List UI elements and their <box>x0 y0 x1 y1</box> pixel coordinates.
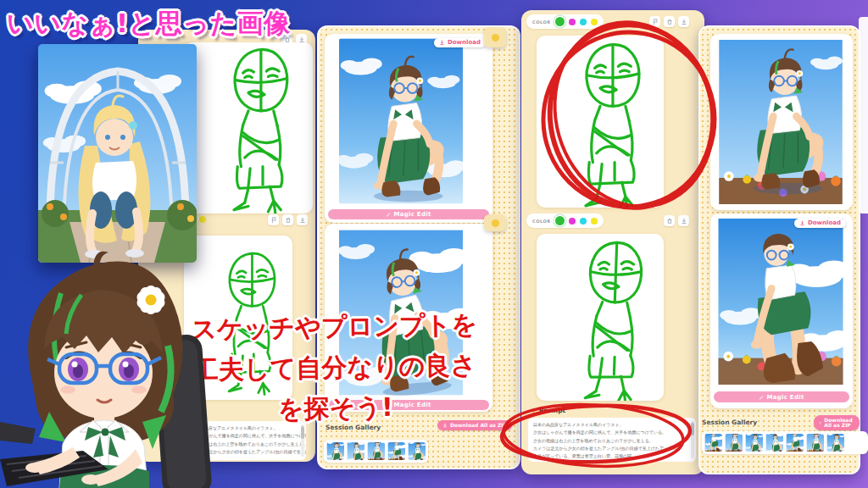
green-sketch-figure <box>184 42 313 214</box>
generated-image-card: Download Magic Edit <box>710 214 853 408</box>
offscreen-panel-edge <box>859 17 868 214</box>
generated-image-card <box>710 34 853 210</box>
prompt-line: 全身が写っている、背景は青空と白い雲、花畑の間 <box>533 452 689 460</box>
palette-dot-green[interactable] <box>555 216 565 225</box>
download-icon <box>819 420 821 425</box>
sketch-canvas[interactable] <box>537 234 664 401</box>
prompt-header: Prompt <box>530 407 565 414</box>
trash-icon <box>666 218 673 225</box>
download-button[interactable]: Download <box>794 219 846 228</box>
prompt-line: カメラは足元から少女の顔を捉えたアングル(虫の目線で見上げたアングル)、 <box>533 445 689 452</box>
canvas-toolbar <box>664 215 689 226</box>
download-icon <box>439 40 445 46</box>
flag-icon <box>652 19 659 25</box>
gallery-thumbnail[interactable] <box>765 434 783 452</box>
magic-edit-button[interactable]: Magic Edit <box>714 391 849 402</box>
right-output-panel: Download Magic Edit Session Gallery Down… <box>698 25 860 474</box>
gallery-thumbnail[interactable] <box>367 442 385 460</box>
gallery-thumbnail-strip <box>324 440 428 463</box>
reference-image <box>38 44 197 263</box>
palette-row: COLOR <box>526 14 604 29</box>
headline-text: いいなぁ!と思った画像 <box>7 6 291 42</box>
palette-dot-cyan[interactable] <box>580 218 587 225</box>
download-button[interactable] <box>678 215 689 226</box>
gallery-thumbnail[interactable] <box>806 434 824 452</box>
download-button[interactable] <box>678 16 689 27</box>
gallery-thumbnail[interactable] <box>745 434 763 452</box>
trash-button[interactable] <box>664 16 675 27</box>
download-icon <box>799 220 805 226</box>
gallery-thumbnail[interactable] <box>704 434 722 452</box>
flag-icon <box>270 217 277 224</box>
trash-button[interactable] <box>664 215 675 226</box>
pencil-icon <box>386 212 391 217</box>
trash-icon <box>666 19 673 25</box>
palette-dot-magenta[interactable] <box>569 218 576 225</box>
green-sketch-figure <box>537 36 664 208</box>
gallery-thumbnail[interactable] <box>786 434 804 452</box>
gallery-thumbnail[interactable] <box>826 434 844 452</box>
download-zip-button[interactable]: Download All as ZIP <box>814 415 860 430</box>
right-app-window: COLOR COLOR Prom <box>521 10 704 474</box>
panel-connector <box>484 214 506 231</box>
prompt-line: 少女の視線は右上の上空を眺めておりあごの下が少し見える。 <box>533 437 689 445</box>
palette-row: COLOR <box>526 214 604 228</box>
download-label: Download <box>808 220 841 226</box>
palette-dot-yellow[interactable] <box>591 19 598 25</box>
prompt-header-label: Prompt <box>539 407 565 414</box>
palette-dot-cyan[interactable] <box>580 19 587 25</box>
prompt-textarea[interactable]: 日本の高品質なアニメスタイル風のイラスト。 少女はしゃがんで膝を両足の間に挟んで… <box>528 418 696 462</box>
prompt-line: 日本の高品質なアニメスタイル風のイラスト。 <box>533 421 689 429</box>
palette-dot-yellow[interactable] <box>591 218 598 225</box>
session-gallery-label: Session Gallery <box>702 419 757 426</box>
gallery-thumbnail[interactable] <box>326 442 344 460</box>
generated-image <box>715 40 847 204</box>
download-label: Download <box>448 40 481 46</box>
screenshot-stage: 日本の高品質なアニメスタイル風のイラスト。 少女はしゃがんで膝を両足の間に挟んで… <box>0 0 868 488</box>
generated-image <box>339 38 463 204</box>
handwritten-line: スケッチやプロンプトを <box>187 304 481 350</box>
trash-icon <box>285 217 292 224</box>
palette-dot-yellow[interactable] <box>199 216 206 223</box>
canvas-toolbar <box>268 214 308 225</box>
download-button[interactable]: Download <box>434 38 486 47</box>
download-icon <box>681 19 687 25</box>
green-sketch-figure <box>537 234 664 401</box>
prompt-line: カメラは足元から少女の顔を捉えたアングル(虫の目線で見上げたアングル)、 <box>187 448 299 456</box>
gallery-thumbnail[interactable] <box>408 442 426 460</box>
prompt-line: 少女はしゃがんで膝を両足の間に挟んで、片手を地面につけている。 <box>533 429 689 436</box>
download-icon <box>299 217 306 224</box>
flag-button[interactable] <box>649 16 660 27</box>
pencil-icon <box>759 395 764 400</box>
generated-image-card: Download Magic Edit <box>325 34 492 223</box>
trash-button[interactable] <box>282 214 293 225</box>
color-label: COLOR <box>532 219 551 224</box>
zip-label: Download All as ZIP <box>824 418 854 428</box>
gallery-thumbnail-strip <box>702 431 868 454</box>
gallery-thumbnail[interactable] <box>725 434 743 452</box>
magic-edit-label: Magic Edit <box>393 211 431 218</box>
panel-connector <box>484 27 506 47</box>
sparkle-icon <box>530 408 537 414</box>
scrollbar[interactable] <box>691 421 694 458</box>
gallery-thumbnail[interactable] <box>347 442 364 460</box>
handwritten-line: 工夫して自分なりの良さ <box>188 345 482 391</box>
gallery-thumbnail[interactable] <box>387 442 405 460</box>
download-button[interactable] <box>297 214 308 225</box>
flag-button[interactable] <box>268 214 279 225</box>
handwritten-line: を探そう! <box>188 385 482 431</box>
download-icon <box>681 218 687 225</box>
canvas-toolbar <box>649 16 689 27</box>
prompt-line: 少女はしゃがんで膝を両足の間に挟んで、片手を地面につけている。 <box>187 432 299 440</box>
sketch-canvas[interactable] <box>184 42 313 214</box>
prompt-line: 少女の視線は右上の上空を眺めておりあごの下が少し見える。 <box>187 441 299 448</box>
color-label: COLOR <box>532 19 551 25</box>
palette-dot-green[interactable] <box>555 17 565 26</box>
handwritten-message: スケッチやプロンプトを 工夫して自分なりの良さ を探そう! <box>187 304 482 431</box>
magic-edit-label: Magic Edit <box>766 394 804 401</box>
generated-image <box>715 219 847 385</box>
sketch-canvas[interactable] <box>537 36 664 208</box>
palette-dot-magenta[interactable] <box>569 19 576 25</box>
magic-edit-button[interactable]: Magic Edit <box>328 209 489 219</box>
